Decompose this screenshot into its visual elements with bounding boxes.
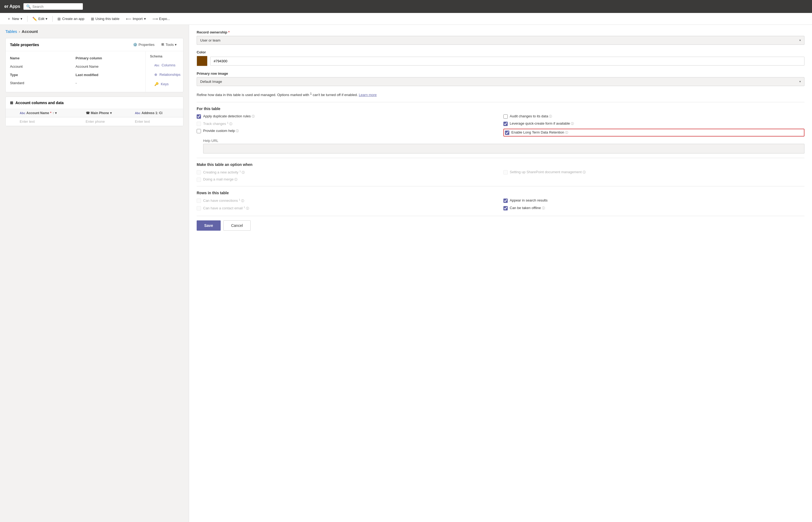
record-ownership-label: Record ownership * <box>197 30 805 34</box>
cancel-button[interactable]: Cancel <box>223 220 251 230</box>
highlight-container: Enable Long Term Data Retention ⓘ <box>503 129 805 137</box>
data-section: ⊞ Account columns and data Abc Account N… <box>5 97 183 126</box>
rows-in-table-grid: Can have connections 1 ⓘ Appear in searc… <box>197 198 805 210</box>
name-value: Account <box>10 63 76 71</box>
primary-column-value: Account Name <box>76 63 141 71</box>
data-section-header: ⊞ Account columns and data <box>6 97 183 109</box>
breadcrumb-separator: › <box>19 29 20 34</box>
address-header[interactable]: Abc Address 1: Ci <box>131 109 183 117</box>
right-panel: Record ownership * User or team ▾ Color … <box>189 25 812 522</box>
save-button[interactable]: Save <box>197 220 221 230</box>
make-option-grid: Creating a new activity 1 ⓘ Setting up S… <box>197 170 805 182</box>
edit-button[interactable]: ✏️ Edit ▾ <box>30 15 50 23</box>
type-label: Type <box>10 71 76 80</box>
addr-abc-icon: Abc <box>135 112 141 115</box>
phone-col-chevron-icon[interactable]: ▾ <box>110 111 112 115</box>
create-app-button[interactable]: ⊞ Create an app <box>55 15 87 23</box>
data-table: Abc Account Name * ↑ ▾ ☎ Main Phone <box>6 109 183 126</box>
mail-merge-checkbox[interactable] <box>197 178 201 182</box>
checkbox-track-changes: Track changes 1 ⓘ <box>197 121 498 126</box>
keys-icon: 🔑 <box>154 82 159 86</box>
action-buttons: Save Cancel <box>197 216 805 230</box>
import-button[interactable]: ⟵ Import ▾ <box>123 15 149 23</box>
help-url-label: Help URL <box>203 139 805 143</box>
duplicate-detection-checkbox[interactable] <box>197 114 201 119</box>
table-properties-body: Name Primary column Account Account Name… <box>6 51 183 92</box>
checkbox-mail-merge: Doing a mail merge ⓘ <box>197 177 498 182</box>
name-label: Name <box>10 55 76 63</box>
app-title: er Apps <box>4 4 20 9</box>
main-phone-header[interactable]: ☎ Main Phone ▾ <box>83 109 131 117</box>
sharepoint-mgmt-checkbox[interactable] <box>503 170 508 175</box>
import-chevron-icon: ▾ <box>144 17 146 21</box>
color-group: Color <box>197 50 805 66</box>
color-label: Color <box>197 50 805 54</box>
color-row <box>197 56 805 66</box>
search-box[interactable]: 🔍 <box>23 3 83 10</box>
for-this-table-heading: For this table <box>197 106 805 111</box>
divider-3 <box>197 186 805 186</box>
can-have-contact-email-checkbox[interactable] <box>197 206 201 210</box>
export-button[interactable]: ⟶ Expo... <box>150 15 172 23</box>
learn-more-link[interactable]: Learn more <box>359 93 377 97</box>
checkbox-provide-custom-help: Provide custom help ⓘ <box>197 129 498 137</box>
can-have-connections-checkbox[interactable] <box>197 199 201 203</box>
checkbox-can-have-contact-email: Can have a contact email 1 ⓘ <box>197 206 498 210</box>
account-name-header[interactable]: Abc Account Name * ↑ ▾ <box>17 109 83 117</box>
creating-activity-checkbox[interactable] <box>197 170 201 175</box>
track-changes-checkbox[interactable] <box>197 122 201 126</box>
tools-button[interactable]: 🛠 Tools ▾ <box>159 42 179 48</box>
record-ownership-group: Record ownership * User or team ▾ <box>197 30 805 45</box>
last-modified-value: - <box>76 79 141 88</box>
provide-custom-help-checkbox[interactable] <box>197 129 201 133</box>
type-value: Standard <box>10 79 76 88</box>
record-ownership-select[interactable]: User or team ▾ <box>197 36 805 45</box>
breadcrumb-parent[interactable]: Tables <box>5 29 17 34</box>
checkbox-creating-activity: Creating a new activity 1 ⓘ <box>197 170 498 175</box>
create-app-icon: ⊞ <box>58 17 61 21</box>
plus-icon: ＋ <box>7 17 11 21</box>
using-table-icon: ⊞ <box>91 17 94 21</box>
checkbox-can-have-connections: Can have connections 1 ⓘ <box>197 198 498 203</box>
edit-chevron-icon: ▾ <box>46 17 47 21</box>
primary-row-image-group: Primary row image Default Image ▾ <box>197 72 805 86</box>
table-properties-title: Table properties <box>10 43 39 47</box>
search-icon: 🔍 <box>26 4 31 8</box>
properties-button[interactable]: ⚙️ Properties <box>131 42 157 48</box>
data-section-title: Account columns and data <box>15 101 64 105</box>
separator-2 <box>52 16 53 22</box>
table-header-row: Abc Account Name * ↑ ▾ ☎ Main Phone <box>6 109 183 117</box>
primary-row-image-select[interactable]: Default Image ▾ <box>197 77 805 86</box>
edit-icon: ✏️ <box>33 17 37 21</box>
appear-search-checkbox[interactable] <box>503 199 508 203</box>
new-button[interactable]: ＋ New ▾ <box>4 15 25 23</box>
toolbar: ＋ New ▾ ✏️ Edit ▾ ⊞ Create an app ⊞ Usin… <box>0 13 812 25</box>
ownership-chevron-icon: ▾ <box>799 39 801 42</box>
help-url-section: Help URL <box>197 139 805 154</box>
schema-keys[interactable]: 🔑 Keys <box>150 79 179 89</box>
search-input[interactable] <box>33 5 80 8</box>
required-indicator: * <box>228 30 229 34</box>
col-chevron-icon[interactable]: ▾ <box>55 111 57 115</box>
audit-changes-checkbox[interactable] <box>503 114 508 119</box>
new-chevron-icon: ▾ <box>20 17 22 21</box>
color-hex-input[interactable] <box>210 57 805 65</box>
color-swatch[interactable] <box>197 56 207 66</box>
separator-1 <box>27 16 27 22</box>
table-properties-card: Table properties ⚙️ Properties 🛠 Tools ▾… <box>5 38 183 92</box>
can-be-taken-offline-checkbox[interactable] <box>503 206 508 210</box>
schema-columns[interactable]: Abc Columns <box>150 60 179 70</box>
checkbox-appear-search: Appear in search results <box>503 198 805 203</box>
schema-side: Schema Abc Columns ⊕ Relationships 🔑 Key… <box>145 51 183 92</box>
help-url-input[interactable] <box>203 144 805 154</box>
sort-up-icon[interactable]: ↑ <box>52 111 54 115</box>
checkbox-sharepoint-mgmt: Setting up SharePoint document managemen… <box>503 170 805 175</box>
left-panel: Tables › Account Table properties ⚙️ Pro… <box>0 25 189 522</box>
using-table-button[interactable]: ⊞ Using this table <box>88 15 122 23</box>
relationships-icon: ⊕ <box>154 73 157 77</box>
leverage-quick-create-checkbox[interactable] <box>503 122 508 126</box>
col-abc-icon: Abc <box>20 112 25 115</box>
export-icon: ⟶ <box>153 17 158 21</box>
enable-long-term-checkbox[interactable] <box>505 130 509 135</box>
schema-relationships[interactable]: ⊕ Relationships <box>150 70 179 79</box>
